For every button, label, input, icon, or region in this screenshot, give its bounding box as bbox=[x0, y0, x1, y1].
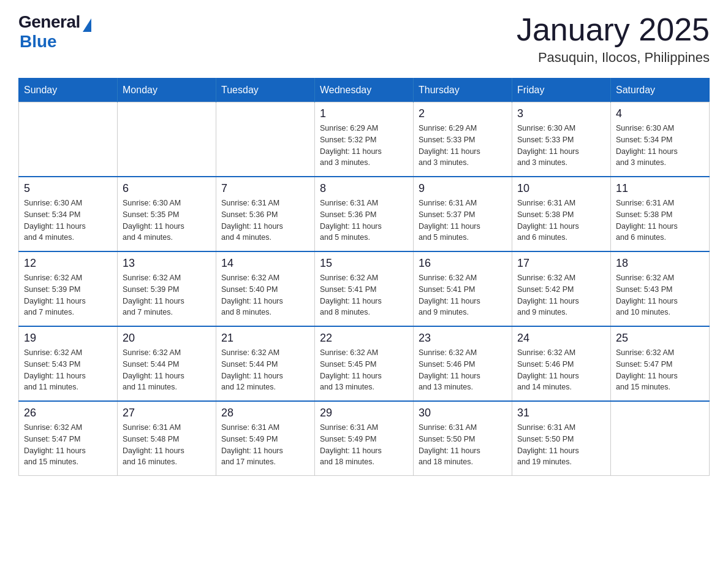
day-info: Sunrise: 6:31 AM Sunset: 5:38 PM Dayligh… bbox=[616, 197, 704, 243]
column-header-friday: Friday bbox=[512, 79, 611, 102]
calendar-cell: 9Sunrise: 6:31 AM Sunset: 5:37 PM Daylig… bbox=[414, 177, 512, 251]
header-row: SundayMondayTuesdayWednesdayThursdayFrid… bbox=[19, 79, 710, 102]
day-info: Sunrise: 6:32 AM Sunset: 5:43 PM Dayligh… bbox=[616, 272, 704, 318]
day-info: Sunrise: 6:32 AM Sunset: 5:41 PM Dayligh… bbox=[320, 272, 408, 318]
day-info: Sunrise: 6:30 AM Sunset: 5:34 PM Dayligh… bbox=[616, 123, 704, 169]
day-number: 20 bbox=[123, 332, 211, 345]
column-header-wednesday: Wednesday bbox=[315, 79, 414, 102]
calendar-cell: 8Sunrise: 6:31 AM Sunset: 5:36 PM Daylig… bbox=[315, 177, 414, 251]
location-title: Pasuquin, Ilocos, Philippines bbox=[517, 50, 710, 66]
calendar-cell: 15Sunrise: 6:32 AM Sunset: 5:41 PM Dayli… bbox=[315, 251, 414, 326]
week-row-2: 5Sunrise: 6:30 AM Sunset: 5:34 PM Daylig… bbox=[19, 177, 710, 251]
day-number: 24 bbox=[517, 332, 605, 345]
day-info: Sunrise: 6:31 AM Sunset: 5:50 PM Dayligh… bbox=[517, 422, 605, 468]
day-number: 18 bbox=[616, 257, 704, 270]
calendar-cell: 27Sunrise: 6:31 AM Sunset: 5:48 PM Dayli… bbox=[118, 401, 216, 476]
day-info: Sunrise: 6:31 AM Sunset: 5:49 PM Dayligh… bbox=[221, 422, 309, 468]
week-row-5: 26Sunrise: 6:32 AM Sunset: 5:47 PM Dayli… bbox=[19, 401, 710, 476]
day-info: Sunrise: 6:31 AM Sunset: 5:37 PM Dayligh… bbox=[419, 197, 507, 243]
page-header: General Blue January 2025 Pasuquin, Iloc… bbox=[18, 12, 710, 66]
calendar-cell: 14Sunrise: 6:32 AM Sunset: 5:40 PM Dayli… bbox=[216, 251, 315, 326]
day-number: 12 bbox=[24, 257, 112, 270]
day-info: Sunrise: 6:30 AM Sunset: 5:35 PM Dayligh… bbox=[123, 197, 211, 243]
day-number: 23 bbox=[419, 332, 507, 345]
day-number: 31 bbox=[517, 407, 605, 419]
calendar-cell: 20Sunrise: 6:32 AM Sunset: 5:44 PM Dayli… bbox=[118, 326, 216, 401]
day-number: 19 bbox=[24, 332, 112, 345]
calendar-cell: 2Sunrise: 6:29 AM Sunset: 5:33 PM Daylig… bbox=[414, 102, 512, 177]
calendar-cell: 11Sunrise: 6:31 AM Sunset: 5:38 PM Dayli… bbox=[611, 177, 710, 251]
day-number: 4 bbox=[616, 107, 704, 120]
week-row-4: 19Sunrise: 6:32 AM Sunset: 5:43 PM Dayli… bbox=[19, 326, 710, 401]
column-header-monday: Monday bbox=[118, 79, 216, 102]
title-area: January 2025 Pasuquin, Ilocos, Philippin… bbox=[517, 12, 710, 66]
logo-general-text: General bbox=[18, 12, 80, 32]
day-info: Sunrise: 6:32 AM Sunset: 5:43 PM Dayligh… bbox=[24, 347, 112, 393]
day-info: Sunrise: 6:32 AM Sunset: 5:47 PM Dayligh… bbox=[24, 422, 112, 468]
day-info: Sunrise: 6:29 AM Sunset: 5:33 PM Dayligh… bbox=[419, 123, 507, 169]
calendar-cell: 10Sunrise: 6:31 AM Sunset: 5:38 PM Dayli… bbox=[512, 177, 611, 251]
day-number: 25 bbox=[616, 332, 704, 345]
calendar-cell: 6Sunrise: 6:30 AM Sunset: 5:35 PM Daylig… bbox=[118, 177, 216, 251]
calendar-cell: 12Sunrise: 6:32 AM Sunset: 5:39 PM Dayli… bbox=[19, 251, 118, 326]
day-info: Sunrise: 6:32 AM Sunset: 5:42 PM Dayligh… bbox=[517, 272, 605, 318]
day-number: 30 bbox=[419, 407, 507, 419]
calendar-cell: 30Sunrise: 6:31 AM Sunset: 5:50 PM Dayli… bbox=[414, 401, 512, 476]
calendar-cell: 22Sunrise: 6:32 AM Sunset: 5:45 PM Dayli… bbox=[315, 326, 414, 401]
day-info: Sunrise: 6:32 AM Sunset: 5:44 PM Dayligh… bbox=[123, 347, 211, 393]
day-number: 17 bbox=[517, 257, 605, 270]
day-info: Sunrise: 6:29 AM Sunset: 5:32 PM Dayligh… bbox=[320, 123, 408, 169]
day-number: 16 bbox=[419, 257, 507, 270]
day-number: 27 bbox=[123, 407, 211, 419]
day-info: Sunrise: 6:32 AM Sunset: 5:46 PM Dayligh… bbox=[517, 347, 605, 393]
calendar-cell: 25Sunrise: 6:32 AM Sunset: 5:47 PM Dayli… bbox=[611, 326, 710, 401]
calendar-cell: 5Sunrise: 6:30 AM Sunset: 5:34 PM Daylig… bbox=[19, 177, 118, 251]
calendar-cell: 21Sunrise: 6:32 AM Sunset: 5:44 PM Dayli… bbox=[216, 326, 315, 401]
column-header-sunday: Sunday bbox=[19, 79, 118, 102]
column-header-tuesday: Tuesday bbox=[216, 79, 315, 102]
day-number: 28 bbox=[221, 407, 309, 419]
day-number: 2 bbox=[419, 107, 507, 120]
calendar-cell bbox=[611, 401, 710, 476]
day-number: 10 bbox=[517, 182, 605, 195]
day-info: Sunrise: 6:31 AM Sunset: 5:50 PM Dayligh… bbox=[419, 422, 507, 468]
logo-triangle-icon bbox=[83, 18, 91, 32]
calendar-cell: 3Sunrise: 6:30 AM Sunset: 5:33 PM Daylig… bbox=[512, 102, 611, 177]
calendar-cell: 26Sunrise: 6:32 AM Sunset: 5:47 PM Dayli… bbox=[19, 401, 118, 476]
day-number: 13 bbox=[123, 257, 211, 270]
logo-blue-text: Blue bbox=[20, 32, 57, 52]
calendar-cell: 1Sunrise: 6:29 AM Sunset: 5:32 PM Daylig… bbox=[315, 102, 414, 177]
day-info: Sunrise: 6:32 AM Sunset: 5:40 PM Dayligh… bbox=[221, 272, 309, 318]
day-number: 21 bbox=[221, 332, 309, 345]
day-info: Sunrise: 6:32 AM Sunset: 5:47 PM Dayligh… bbox=[616, 347, 704, 393]
calendar-cell: 17Sunrise: 6:32 AM Sunset: 5:42 PM Dayli… bbox=[512, 251, 611, 326]
column-header-saturday: Saturday bbox=[611, 79, 710, 102]
day-info: Sunrise: 6:30 AM Sunset: 5:34 PM Dayligh… bbox=[24, 197, 112, 243]
calendar-cell: 29Sunrise: 6:31 AM Sunset: 5:49 PM Dayli… bbox=[315, 401, 414, 476]
week-row-3: 12Sunrise: 6:32 AM Sunset: 5:39 PM Dayli… bbox=[19, 251, 710, 326]
calendar-cell bbox=[118, 102, 216, 177]
day-number: 26 bbox=[24, 407, 112, 419]
day-number: 1 bbox=[320, 107, 408, 120]
day-number: 7 bbox=[221, 182, 309, 195]
calendar-cell bbox=[19, 102, 118, 177]
calendar-cell: 16Sunrise: 6:32 AM Sunset: 5:41 PM Dayli… bbox=[414, 251, 512, 326]
day-number: 11 bbox=[616, 182, 704, 195]
week-row-1: 1Sunrise: 6:29 AM Sunset: 5:32 PM Daylig… bbox=[19, 102, 710, 177]
logo: General Blue bbox=[18, 12, 91, 52]
calendar-cell: 19Sunrise: 6:32 AM Sunset: 5:43 PM Dayli… bbox=[19, 326, 118, 401]
calendar-cell: 13Sunrise: 6:32 AM Sunset: 5:39 PM Dayli… bbox=[118, 251, 216, 326]
day-info: Sunrise: 6:31 AM Sunset: 5:38 PM Dayligh… bbox=[517, 197, 605, 243]
calendar-cell: 7Sunrise: 6:31 AM Sunset: 5:36 PM Daylig… bbox=[216, 177, 315, 251]
calendar-cell: 28Sunrise: 6:31 AM Sunset: 5:49 PM Dayli… bbox=[216, 401, 315, 476]
day-info: Sunrise: 6:30 AM Sunset: 5:33 PM Dayligh… bbox=[517, 123, 605, 169]
day-number: 29 bbox=[320, 407, 408, 419]
day-info: Sunrise: 6:32 AM Sunset: 5:39 PM Dayligh… bbox=[24, 272, 112, 318]
day-info: Sunrise: 6:32 AM Sunset: 5:41 PM Dayligh… bbox=[419, 272, 507, 318]
day-number: 9 bbox=[419, 182, 507, 195]
day-info: Sunrise: 6:32 AM Sunset: 5:46 PM Dayligh… bbox=[419, 347, 507, 393]
calendar-cell bbox=[216, 102, 315, 177]
calendar-cell: 4Sunrise: 6:30 AM Sunset: 5:34 PM Daylig… bbox=[611, 102, 710, 177]
day-number: 15 bbox=[320, 257, 408, 270]
day-number: 22 bbox=[320, 332, 408, 345]
